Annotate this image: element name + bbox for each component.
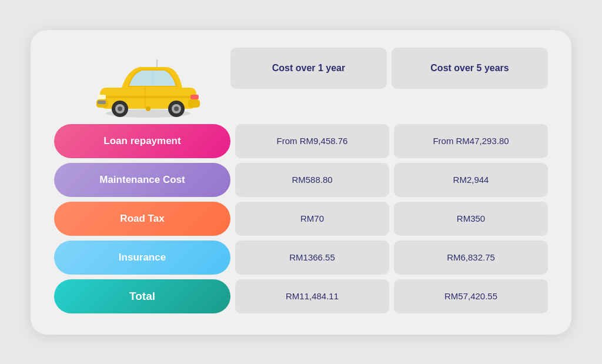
col-header-1year: Cost over 1 year xyxy=(230,48,387,89)
col-header-5years-label: Cost over 5 years xyxy=(430,63,509,74)
label-pill-insurance: Insurance xyxy=(54,241,230,275)
label-pill-loan-repayment: Loan repayment xyxy=(54,124,230,158)
label-pill-road-tax: Road Tax xyxy=(54,202,230,236)
svg-rect-3 xyxy=(100,96,196,98)
data-cell-row2-col2: RM350 xyxy=(394,202,548,236)
column-headers: Cost over 1 year Cost over 5 years xyxy=(230,48,548,89)
svg-point-12 xyxy=(118,106,122,111)
svg-rect-8 xyxy=(190,95,199,99)
svg-rect-7 xyxy=(98,95,106,99)
col-header-1year-label: Cost over 1 year xyxy=(272,63,346,74)
table-area: Loan repaymentMaintenance CostRoad TaxIn… xyxy=(54,124,548,313)
svg-rect-6 xyxy=(188,99,200,108)
top-section: Cost over 1 year Cost over 5 years xyxy=(54,48,548,118)
label-pill-total: Total xyxy=(54,279,230,313)
data-col-1year: From RM9,458.76RM588.80RM70RM1366.55RM11… xyxy=(235,124,389,313)
col-header-5years: Cost over 5 years xyxy=(392,48,548,89)
label-pill-maintenance-cost: Maintenance Cost xyxy=(54,163,230,197)
data-cell-row3-col1: RM1366.55 xyxy=(235,241,389,275)
label-column: Loan repaymentMaintenance CostRoad TaxIn… xyxy=(54,124,230,313)
car-illustration xyxy=(54,48,230,118)
cost-card: Cost over 1 year Cost over 5 years Loan … xyxy=(31,30,571,335)
data-cell-row4-col2: RM57,420.55 xyxy=(394,279,548,313)
data-col-5years: From RM47,293.80RM2,944RM350RM6,832.75RM… xyxy=(394,124,548,313)
svg-point-15 xyxy=(174,106,179,111)
data-cell-row4-col1: RM11,484.11 xyxy=(235,279,389,313)
data-cell-row2-col1: RM70 xyxy=(235,202,389,236)
svg-rect-9 xyxy=(98,101,106,104)
data-cell-row3-col2: RM6,832.75 xyxy=(394,241,548,275)
data-cell-row1-col1: RM588.80 xyxy=(235,163,389,197)
data-cell-row1-col2: RM2,944 xyxy=(394,163,548,197)
data-cell-row0-col1: From RM9,458.76 xyxy=(235,124,389,158)
data-cell-row0-col2: From RM47,293.80 xyxy=(394,124,548,158)
data-columns: From RM9,458.76RM588.80RM70RM1366.55RM11… xyxy=(235,124,548,313)
svg-point-17 xyxy=(146,106,150,111)
